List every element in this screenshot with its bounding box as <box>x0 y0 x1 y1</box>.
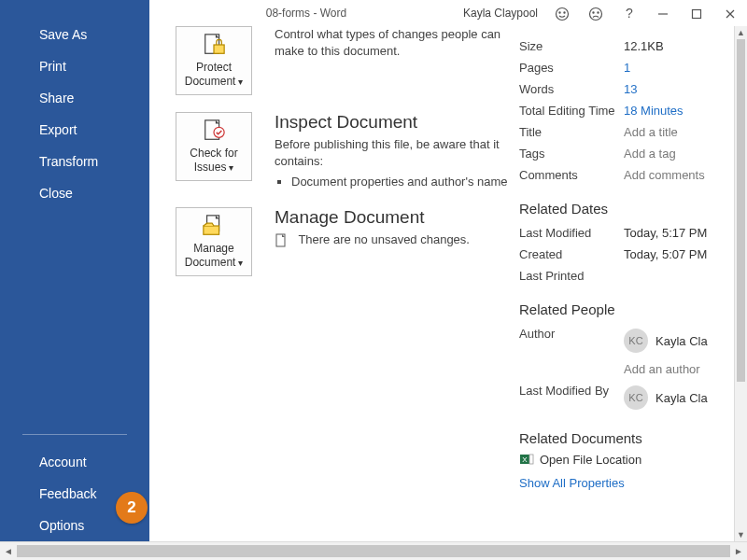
sidebar-export[interactable]: Export <box>0 114 149 146</box>
vertical-scrollbar[interactable]: ▲ ▼ <box>734 26 747 541</box>
sidebar-divider <box>22 434 127 435</box>
scroll-left-arrow-icon[interactable]: ◄ <box>0 542 17 560</box>
prop-last-modified-value: Today, 5:17 PM <box>624 226 707 240</box>
minimize-button[interactable] <box>646 6 680 21</box>
scroll-up-arrow-icon[interactable]: ▲ <box>735 26 747 39</box>
svg-point-4 <box>593 12 594 13</box>
prop-tags-key: Tags <box>519 147 624 161</box>
check-for-issues-button[interactable]: Check for Issues <box>176 112 252 181</box>
prop-created-key: Created <box>519 247 624 261</box>
close-button[interactable] <box>713 6 747 21</box>
horizontal-scrollbar[interactable]: ◄ ► <box>0 541 747 560</box>
inspect-bullet-1: Document properties and author's name <box>291 175 508 189</box>
smiley-happy-icon[interactable] <box>545 5 579 21</box>
svg-point-2 <box>564 12 565 13</box>
svg-rect-15 <box>204 226 219 234</box>
prop-last-modified-key: Last Modified <box>519 226 624 240</box>
svg-rect-19 <box>529 455 533 464</box>
prop-author-value[interactable]: Kayla Cla <box>655 334 708 348</box>
prop-last-printed-key: Last Printed <box>519 269 624 283</box>
backstage-sidebar: Save As Print Share Export Transform Clo… <box>0 0 149 541</box>
vscroll-thumb[interactable] <box>737 39 745 382</box>
related-dates-heading: Related Dates <box>519 201 734 217</box>
protect-document-label: Protect Document <box>178 61 249 89</box>
manage-title: Manage Document <box>275 207 470 228</box>
sidebar-transform[interactable]: Transform <box>0 146 149 177</box>
help-icon[interactable]: ? <box>613 6 646 21</box>
svg-rect-7 <box>693 10 701 19</box>
sidebar-save-as[interactable]: Save As <box>0 19 149 50</box>
scroll-down-arrow-icon[interactable]: ▼ <box>735 528 747 541</box>
prop-lmb-key: Last Modified By <box>519 384 624 412</box>
svg-text:X: X <box>522 455 528 464</box>
excel-file-icon: X <box>519 452 534 467</box>
manage-description: There are no unsaved changes. <box>275 231 470 248</box>
prop-tags-value[interactable]: Add a tag <box>624 147 676 161</box>
info-pane: Protect Document Control what types of c… <box>149 26 734 541</box>
sidebar-account[interactable]: Account <box>0 446 149 478</box>
sidebar-share[interactable]: Share <box>0 82 149 114</box>
document-small-icon <box>275 233 288 248</box>
svg-point-5 <box>598 12 599 13</box>
prop-created-value: Today, 5:07 PM <box>624 247 707 261</box>
smiley-sad-icon[interactable] <box>579 5 613 21</box>
prop-lmb-value[interactable]: Kayla Cla <box>655 391 708 405</box>
annotation-callout-2: 2 <box>116 492 148 524</box>
prop-comments-value[interactable]: Add comments <box>624 168 705 182</box>
show-all-properties[interactable]: Show All Properties <box>519 476 734 490</box>
properties-panel: Size12.1KB Pages1 Words13 Total Editing … <box>519 35 734 490</box>
maximize-button[interactable] <box>680 6 713 21</box>
manage-document-button[interactable]: Manage Document <box>176 207 252 276</box>
svg-rect-11 <box>214 45 224 53</box>
prop-author-key: Author <box>519 327 624 355</box>
lmb-avatar[interactable]: KC <box>624 385 648 410</box>
manage-document-icon <box>200 214 228 238</box>
related-people-heading: Related People <box>519 301 734 317</box>
svg-point-3 <box>590 7 602 20</box>
scroll-right-arrow-icon[interactable]: ► <box>730 542 747 560</box>
sidebar-print[interactable]: Print <box>0 50 149 82</box>
hscroll-thumb[interactable] <box>17 545 730 557</box>
user-name[interactable]: Kayla Claypool <box>463 7 538 20</box>
inspect-description: Before publishing this file, be aware th… <box>275 136 508 169</box>
prop-size-value: 12.1KB <box>624 39 664 53</box>
prop-edit-time-value[interactable]: 18 Minutes <box>624 104 684 118</box>
inspect-title: Inspect Document <box>275 112 508 133</box>
add-author[interactable]: Add an author <box>624 362 700 376</box>
prop-title-key: Title <box>519 125 624 139</box>
protect-description: Control what types of changes people can… <box>275 26 508 59</box>
related-documents-heading: Related Documents <box>519 430 734 446</box>
window-title: 08-forms - Word <box>149 7 463 20</box>
prop-words-key: Words <box>519 82 624 96</box>
prop-title-value[interactable]: Add a title <box>624 125 678 139</box>
lock-document-icon <box>200 33 228 57</box>
svg-point-1 <box>559 12 560 13</box>
check-for-issues-label: Check for Issues <box>178 147 249 175</box>
open-file-location[interactable]: X Open File Location <box>519 452 734 467</box>
checklist-icon <box>200 119 228 143</box>
sidebar-close[interactable]: Close <box>0 177 149 209</box>
svg-point-0 <box>557 7 569 20</box>
prop-pages-value[interactable]: 1 <box>624 61 630 75</box>
prop-edit-time-key: Total Editing Time <box>519 104 624 118</box>
prop-pages-key: Pages <box>519 61 624 75</box>
prop-words-value[interactable]: 13 <box>624 82 637 96</box>
protect-document-button[interactable]: Protect Document <box>176 26 252 95</box>
prop-comments-key: Comments <box>519 168 624 182</box>
manage-document-label: Manage Document <box>178 242 249 270</box>
prop-size-key: Size <box>519 39 624 53</box>
author-avatar[interactable]: KC <box>624 329 648 353</box>
title-bar: 08-forms - Word Kayla Claypool ? <box>149 0 747 26</box>
